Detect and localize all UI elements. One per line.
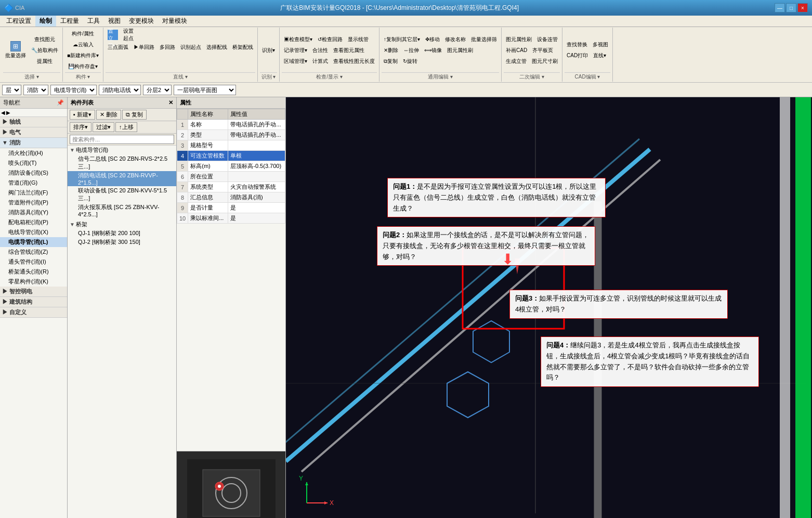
component-save-btn[interactable]: 💾构件存盘▾: [65, 61, 101, 72]
tree-root-cable-conduit[interactable]: ▼ 电缆导管(消): [68, 146, 176, 154]
filter-btn[interactable]: 过滤▾: [93, 122, 114, 132]
table-row[interactable]: 8 汇总信息 消防器具(消): [177, 192, 285, 203]
tree-node-bridge[interactable]: ▼ 桥架: [68, 220, 176, 229]
set-start-point-btn[interactable]: 设置起点: [121, 29, 136, 41]
get-property-btn[interactable]: 提属性: [29, 56, 60, 67]
floor-dropdown[interactable]: 层: [2, 85, 21, 95]
prop-value-10[interactable]: 是: [228, 213, 285, 224]
menu-project-settings[interactable]: 工程设置: [2, 16, 35, 27]
dim-btn[interactable]: 图元尺寸刷: [530, 56, 560, 67]
copy-component-btn[interactable]: ⧉ 复制: [122, 110, 147, 120]
nav-item-cable-conduit[interactable]: 电缆导管(消)(L): [0, 237, 67, 247]
component-property-btn[interactable]: 构件/属性: [65, 29, 101, 39]
nav-item-sprinkler[interactable]: 喷头(消)(T): [0, 158, 67, 168]
layout-riser-btn[interactable]: 布置立管▾: [106, 29, 120, 41]
select-start-btn[interactable]: 识别起点: [178, 42, 203, 53]
cad-print-btn[interactable]: CAD打印: [565, 50, 590, 61]
tree-item-pump[interactable]: 消火报泵系线 [SC 25 ZBN-KVV-4*2.5...]: [68, 203, 176, 218]
system-dropdown[interactable]: 消防: [23, 85, 48, 95]
modify-cad-btn[interactable]: 补画CAD: [504, 45, 529, 56]
category-dropdown[interactable]: 电缆导管(消): [50, 85, 97, 95]
menu-draw[interactable]: 绘制: [35, 16, 56, 27]
area-mgmt-btn[interactable]: 区域管理▾: [282, 56, 309, 67]
component-warehouse-btn[interactable]: ■新建构件库▾: [65, 50, 101, 61]
gen-pipe-btn[interactable]: 生成立管: [504, 56, 529, 67]
search-input[interactable]: [70, 135, 174, 144]
nav-item-distribution[interactable]: 配电箱柜(消)(P): [0, 217, 67, 227]
multi-loop-btn[interactable]: 多回路: [158, 42, 177, 53]
check-model-btn[interactable]: ▣检查模型▾: [282, 34, 315, 45]
view-linear-length-btn[interactable]: 查看线性图元长度: [331, 56, 377, 67]
nav-item-connector[interactable]: 通头管件(消)(I): [0, 257, 67, 267]
cloud-input-btn[interactable]: ☁云输入: [65, 40, 101, 50]
component-list-close[interactable]: ✕: [168, 99, 173, 106]
nav-item-pipe-fitting[interactable]: 管道附件(消)(P): [0, 198, 67, 208]
supplement-cad-btn[interactable]: 设备连管: [535, 34, 560, 45]
window-controls[interactable]: — □ ×: [775, 3, 808, 12]
record-mgmt-btn[interactable]: 记录管理▾: [282, 45, 309, 56]
multi-view-btn[interactable]: 多视图: [591, 40, 610, 50]
tree-item-qj2[interactable]: QJ-2 [钢制桥架 300 150]: [68, 238, 176, 247]
minimize-btn[interactable]: —: [775, 3, 785, 12]
menu-change-module[interactable]: 变更模块: [125, 16, 158, 27]
calc-formula-btn[interactable]: 计算式: [310, 56, 330, 67]
prop-value-1[interactable]: 带电话插孔的手动...: [228, 120, 285, 130]
table-row[interactable]: 2 类型 带电话插孔的手动...: [177, 130, 285, 140]
stretch-btn[interactable]: ↔拉伸: [401, 45, 421, 56]
mirror-btn[interactable]: ⟺镜像: [422, 45, 444, 56]
nav-section-electric[interactable]: ▶ 电气: [0, 127, 67, 138]
floor-align-btn[interactable]: 齐平板页: [530, 45, 555, 56]
nav-item-pipe[interactable]: 管道(消)(G): [0, 178, 67, 188]
menu-qty-module[interactable]: 对量模块: [158, 16, 191, 27]
nav-item-valve[interactable]: 阀门法兰(消)(F): [0, 188, 67, 198]
nav-arrow-right[interactable]: ▶: [6, 110, 10, 115]
show-pipe-btn[interactable]: 显示线管: [346, 34, 371, 45]
close-btn[interactable]: ×: [797, 3, 808, 12]
rotate-btn[interactable]: ↻旋转: [401, 56, 420, 67]
identify-btn[interactable]: 识别▾: [260, 45, 277, 56]
prop-value-7[interactable]: 火灾自动报警系统: [228, 182, 285, 192]
select-wiring-btn[interactable]: 选择配线: [204, 42, 229, 53]
tree-item-linkage[interactable]: 联动设备线 [SC 20 ZBN-KVV-5*1.5 三...]: [68, 186, 176, 203]
table-row[interactable]: 6 所在位置: [177, 172, 285, 182]
nav-item-fire-device[interactable]: 消防设备(消)(S): [0, 168, 67, 178]
nav-item-fire-equip[interactable]: 消防器具(消)(Y): [0, 208, 67, 217]
nav-item-fire-hydrant[interactable]: 消火栓(消)(H): [0, 148, 67, 158]
nav-section-structure[interactable]: ▶ 建筑结构: [0, 297, 67, 307]
table-row[interactable]: 9 是否计量 是: [177, 203, 285, 213]
copy-to-floor-btn[interactable]: ↑复制到其它层▾: [382, 34, 422, 45]
tree-item-fire-phone[interactable]: 消防电话线 [SC 20 ZBN-RVVP-2*1.5...]: [68, 171, 176, 186]
pick-component-btn[interactable]: 🔧拾取构件: [29, 45, 60, 56]
table-row[interactable]: 5 标高(m) 层顶标高-0.5(3.700): [177, 161, 285, 172]
prop-value-8[interactable]: 消防器具(消): [228, 192, 285, 203]
tree-item-qj1[interactable]: QJ-1 [钢制桥架 200 100]: [68, 229, 176, 238]
menu-view[interactable]: 视图: [104, 16, 125, 27]
modify-name-btn[interactable]: 修改名称: [443, 34, 468, 45]
subcategory-dropdown[interactable]: 消防电话线: [99, 85, 141, 95]
move-up-btn[interactable]: ↑上移: [115, 122, 137, 132]
bridge-wiring-btn[interactable]: 桥架配线: [230, 42, 255, 53]
delete-component-btn[interactable]: ✕ 删除: [96, 110, 121, 120]
batch-select-filter-btn[interactable]: 批量选择筛: [469, 34, 499, 45]
table-row-selected[interactable]: 4 可连立管根数 单根: [177, 151, 285, 161]
check-loop-btn[interactable]: ↺检查回路: [316, 34, 345, 45]
prop-value-3[interactable]: [228, 140, 285, 151]
nav-arrow-left[interactable]: ◀: [1, 110, 5, 115]
prop-value-9[interactable]: 是: [228, 203, 285, 213]
move-btn[interactable]: ✥移动: [423, 34, 442, 45]
tree-item-signal-bus[interactable]: 信号二总线 [SC 20 ZBN-RVS-2*2.5 三...]: [68, 154, 176, 171]
table-row[interactable]: 7 系统类型 火灾自动报警系统: [177, 182, 285, 192]
copy-btn2[interactable]: ⧉复制: [382, 56, 400, 67]
nav-section-smart[interactable]: ▶ 智控弱电: [0, 287, 67, 297]
prop-value-5[interactable]: 层顶标高-0.5(3.700): [228, 161, 285, 172]
single-loop-btn[interactable]: ▶单回路: [132, 42, 156, 53]
prop-value-2[interactable]: 带电话插孔的手动...: [228, 130, 285, 140]
find-element-btn[interactable]: 查找图元: [29, 34, 60, 45]
sort-btn[interactable]: 排序▾: [70, 122, 91, 132]
maximize-btn[interactable]: □: [786, 3, 796, 12]
table-row[interactable]: 3 规格型号: [177, 140, 285, 151]
nav-item-misc[interactable]: 零星构件(消)(K): [0, 277, 67, 287]
device-connect-btn[interactable]: 图元属性刷: [504, 34, 534, 45]
table-row[interactable]: 1 名称 带电话插孔的手动...: [177, 120, 285, 130]
three-point-arc-btn[interactable]: 三点面弧: [106, 42, 130, 53]
